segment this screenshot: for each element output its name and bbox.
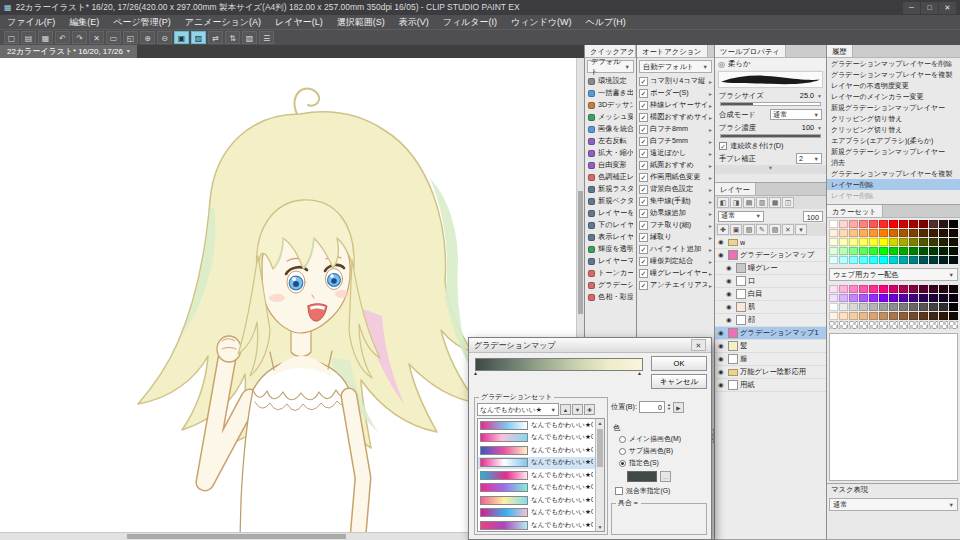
- menu-item[interactable]: アニメーション(A): [178, 15, 268, 29]
- auto-action-item[interactable]: ✓ ボーダー(S) ▸: [637, 87, 714, 99]
- checkbox-icon[interactable]: ✓: [639, 89, 648, 98]
- color-swatch[interactable]: [919, 229, 928, 237]
- gradient-list-item[interactable]: なんでもかわいい★05: [478, 469, 595, 482]
- menu-item[interactable]: レイヤー(L): [268, 15, 330, 29]
- move-up-button[interactable]: ▲: [560, 404, 571, 415]
- toolbar-icon[interactable]: ▧: [242, 31, 257, 44]
- quick-access-item[interactable]: 下のレイヤーと結合: [585, 219, 636, 231]
- color-swatch[interactable]: [909, 220, 918, 228]
- color-swatch[interactable]: [909, 247, 918, 255]
- color-swatch[interactable]: [839, 303, 848, 311]
- toolbar-icon[interactable]: ⇄: [208, 31, 223, 44]
- eye-icon[interactable]: ◉: [718, 381, 726, 389]
- toolbar-icon[interactable]: ⊕: [140, 31, 155, 44]
- color-swatch[interactable]: [879, 247, 888, 255]
- color-swatch[interactable]: [869, 238, 878, 246]
- auto-action-item[interactable]: ✓ 作画用紙色変更 ▸: [637, 171, 714, 183]
- color-swatch[interactable]: [929, 321, 938, 329]
- color-swatch[interactable]: [939, 285, 948, 293]
- gradient-list-item[interactable]: なんでもかわいい★09: [478, 519, 595, 531]
- quick-access-item[interactable]: 3Dデッサン人形: [585, 99, 636, 111]
- layer-opacity-value[interactable]: 100: [803, 211, 823, 222]
- eye-icon[interactable]: ◉: [718, 238, 726, 246]
- menu-item[interactable]: ヘルプ(H): [579, 15, 633, 29]
- auto-action-item[interactable]: ✓ 白フチ5mm ▸: [637, 135, 714, 147]
- color-swatch[interactable]: [919, 312, 928, 320]
- eye-icon[interactable]: ◉: [718, 329, 726, 337]
- auto-action-item[interactable]: ✓ 瞳グレーレイヤー変換 ▸: [637, 267, 714, 279]
- toolbar-icon[interactable]: ◱: [123, 31, 138, 44]
- auto-action-item[interactable]: ✓ 背景白色設定 ▸: [637, 183, 714, 195]
- quick-access-item[interactable]: レイヤーマスクを作成: [585, 255, 636, 267]
- color-swatch[interactable]: [949, 285, 958, 293]
- color-swatch[interactable]: [939, 220, 948, 228]
- color-swatch[interactable]: [939, 229, 948, 237]
- history-item[interactable]: 新規グラデーションマップレイヤー: [827, 146, 960, 157]
- auto-action-item[interactable]: ✓ 構図おすすめサイズ ▸: [637, 111, 714, 123]
- color-swatch[interactable]: [929, 220, 938, 228]
- color-swatch[interactable]: [859, 220, 868, 228]
- expand-properties-button[interactable]: ▼: [715, 165, 826, 174]
- quick-access-item[interactable]: グラデーションマップ: [585, 279, 636, 291]
- color-swatch[interactable]: [849, 303, 858, 311]
- history-item[interactable]: 消去: [827, 157, 960, 168]
- document-tab[interactable]: 22カラーイラスト* 16/20, 17/26 ▾: [0, 45, 137, 58]
- color-swatch[interactable]: [859, 238, 868, 246]
- eye-icon[interactable]: ◉: [726, 290, 734, 298]
- quick-access-item[interactable]: 色調補正レイヤー: [585, 171, 636, 183]
- stabilization-dropdown[interactable]: 2▼: [796, 153, 822, 164]
- layer-row[interactable]: ◉ 白目: [715, 288, 826, 301]
- vertical-scrollbar-thumb[interactable]: [578, 191, 583, 314]
- color-swatch[interactable]: [829, 256, 838, 264]
- color-swatch[interactable]: [949, 256, 958, 264]
- scroll-down-icon[interactable]: ▼: [596, 523, 604, 531]
- color-swatch[interactable]: [899, 220, 908, 228]
- quick-access-item[interactable]: 輝度を透明度に変換: [585, 243, 636, 255]
- menu-item[interactable]: 選択範囲(S): [330, 15, 392, 29]
- color-swatch[interactable]: [839, 321, 848, 329]
- brush-density-slider[interactable]: [720, 134, 821, 138]
- layer-action-icon[interactable]: ✚: [717, 224, 729, 235]
- color-swatch[interactable]: [879, 220, 888, 228]
- color-swatch[interactable]: [939, 247, 948, 255]
- color-swatch[interactable]: [949, 303, 958, 311]
- color-swatch[interactable]: [919, 238, 928, 246]
- color-swatch[interactable]: [919, 256, 928, 264]
- color-swatch[interactable]: [839, 247, 848, 255]
- window-control-button[interactable]: □: [921, 2, 938, 14]
- quick-access-item[interactable]: 一括書き出し: [585, 87, 636, 99]
- layer-action-icon[interactable]: ✕: [782, 224, 794, 235]
- toolbar-icon[interactable]: ▤: [21, 31, 36, 44]
- auto-action-item[interactable]: ✓ 白フチ8mm ▸: [637, 123, 714, 135]
- gradient-list-item[interactable]: なんでもかわいい★07: [478, 494, 595, 507]
- color-swatch[interactable]: [899, 285, 908, 293]
- color-swatch[interactable]: [849, 285, 858, 293]
- color-swatch[interactable]: [929, 294, 938, 302]
- layer-row[interactable]: ◉ 瞳グレー: [715, 262, 826, 275]
- gradient-list-item[interactable]: なんでもかわいい★06: [478, 482, 595, 495]
- ok-button[interactable]: OK: [651, 356, 707, 371]
- specified-color-chip[interactable]: [627, 471, 657, 482]
- toolbar-icon[interactable]: ☰: [259, 31, 274, 44]
- color-swatch[interactable]: [889, 285, 898, 293]
- color-set-dropdown[interactable]: ウェブ用カラー配色▼: [829, 268, 958, 281]
- checkbox-icon[interactable]: ✓: [639, 233, 648, 242]
- eye-icon[interactable]: ◉: [726, 264, 734, 272]
- checkbox-icon[interactable]: ✓: [639, 269, 648, 278]
- tab-quick-access[interactable]: クイックアクセス: [585, 45, 636, 57]
- quick-access-item[interactable]: 環境設定: [585, 75, 636, 87]
- layer-action-icon[interactable]: ▧: [743, 224, 755, 235]
- continuous-spray-checkbox[interactable]: ✓ 連続吹き付け(D): [715, 140, 826, 152]
- layer-action-icon[interactable]: ▾: [795, 224, 807, 235]
- color-swatch[interactable]: [949, 238, 958, 246]
- color-swatch[interactable]: [859, 229, 868, 237]
- gradient-list-item[interactable]: なんでもかわいい★04: [478, 457, 595, 470]
- color-swatch[interactable]: [919, 321, 928, 329]
- color-swatch[interactable]: [839, 229, 848, 237]
- color-swatch[interactable]: [909, 285, 918, 293]
- color-swatch[interactable]: [849, 294, 858, 302]
- gradient-list-item[interactable]: なんでもかわいい★03: [478, 444, 595, 457]
- eye-icon[interactable]: ◉: [726, 277, 734, 285]
- color-swatch[interactable]: [859, 247, 868, 255]
- layer-row[interactable]: ◉ 口: [715, 275, 826, 288]
